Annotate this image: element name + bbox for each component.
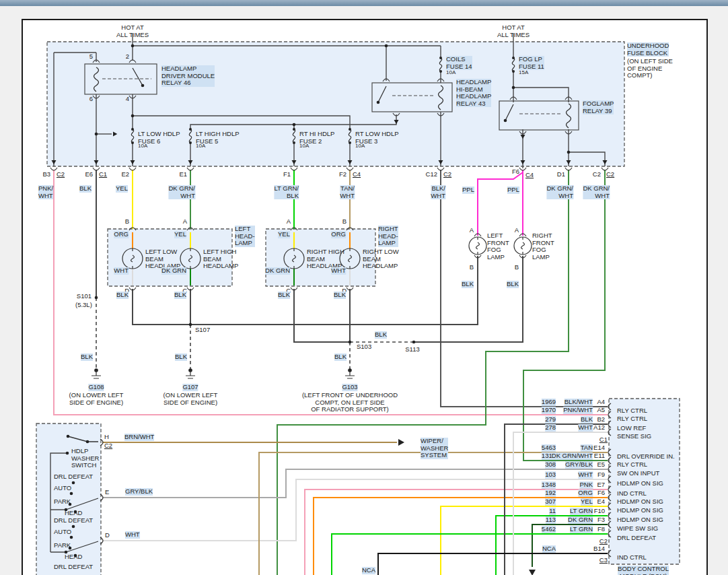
- label-right-headlamp-box: RIGHT HEAD- LAMP: [378, 226, 398, 247]
- label-wiper-washer-system: WIPER/ WASHER SYSTEM: [421, 438, 448, 459]
- bcm-row-F10-pin: F10: [594, 508, 605, 515]
- label-relay-46: HEADLAMP DRIVER MODULE RELAY 46: [161, 65, 215, 87]
- label-wire-wht-sw: WHT: [125, 531, 140, 539]
- label-sw1-head: HEAD: [65, 510, 82, 517]
- label-ground-g108: G108: [88, 384, 104, 391]
- label-exit-c12-conn: C2: [443, 171, 451, 178]
- label-wire-dkgrnwht-e1: DK GRN/ WHT: [168, 185, 195, 199]
- label-exit-f2: F2: [339, 171, 347, 178]
- label-exit-f6: F6: [512, 168, 519, 176]
- bcm-row-A5-num: 1970: [542, 407, 556, 414]
- label-col-org-rl: ORG: [331, 231, 346, 238]
- bcm-row-E11-function: RLY CTRL: [617, 461, 647, 469]
- label-col-wht-rl: WHT: [331, 267, 346, 275]
- label-wire-dkgrnwht-c2: DK GRN/ WHT: [583, 185, 610, 199]
- fuse-block-exit-arc: [565, 168, 572, 170]
- label-sw3-drl-defeat: DRL DEFEAT: [54, 564, 93, 571]
- wiper-washer-arrow: [398, 439, 404, 446]
- junction-dot: [141, 84, 145, 88]
- label-relay46-pin6: 6: [89, 96, 93, 103]
- bcm-row-F6-function: HDLMP ON SIG: [617, 498, 663, 506]
- label-bulb-right-low: RIGHT LOW BEAM HEADLAMP: [363, 248, 399, 270]
- label-fuse-5-amps: 10A: [196, 143, 205, 149]
- label-ground-g107-loc: (ON LOWER LEFT SIDE OF ENGINE): [163, 392, 218, 406]
- bcm-row-F9-pin: F9: [597, 471, 605, 479]
- label-wire-blk-e6: BLK: [79, 185, 92, 193]
- label-col-dkgrn-rh: DK GRN: [265, 267, 290, 275]
- bcm-row-B14-function: IND CTRL: [617, 554, 647, 562]
- bcm-row-F8-num: 5462: [542, 526, 556, 533]
- label-underhood-fuse-block: UNDERHOOD FUSE BLOCK: [627, 42, 669, 57]
- junction-dot: [512, 86, 515, 90]
- bcm-row-E14-color: TAN: [581, 444, 593, 452]
- label-sw2-head: HEAD: [65, 553, 82, 561]
- bcm-row-A12-pin: A12: [593, 424, 605, 432]
- label-pin-a-lfog: A: [470, 227, 474, 234]
- label-right-fog-lamp: RIGHT FRONT FOG LAMP: [532, 232, 554, 261]
- label-wire-tanwht-f2: TAN/ WHT: [340, 185, 355, 199]
- label-blk-g103: BLK: [334, 353, 347, 361]
- nca-b14-wire: [378, 553, 608, 575]
- bcm-row-F3-pin: F3: [597, 516, 605, 524]
- junction-dot: [67, 435, 70, 438]
- junction-dot: [567, 151, 571, 154]
- bcm-row-A12-color: WHT: [578, 424, 593, 432]
- s113-fog-wire: [414, 256, 523, 342]
- label-wire-pnk-wht: PNK/ WHT: [38, 185, 53, 199]
- bcm-row-E7-function: IND CTRL: [617, 490, 647, 498]
- label-exit-e6: E6: [85, 171, 93, 178]
- label-relay46-pin5: 5: [89, 53, 93, 61]
- bcm-row-F6-num: 192: [545, 489, 556, 497]
- label-wire-ltgrnblk-f1: LT GRN/ BLK: [274, 185, 299, 199]
- label-ground-g103: G103: [342, 384, 357, 391]
- label-wire-blkwht-c12: BLK/ WHT: [431, 185, 445, 199]
- bcm-row-A12-function: SENSE SIG: [617, 433, 651, 440]
- bcm-row-E4-color: YEL: [581, 498, 593, 506]
- label-wire-ppl-right: PPL: [507, 187, 519, 194]
- bcm-row-A5-color: PNK/WHT: [563, 407, 593, 414]
- bcm-row-E5-color: GRY/BLK: [565, 461, 593, 469]
- label-sw2-auto: AUTO: [54, 529, 71, 536]
- bcm-row-E14-num: 5463: [542, 444, 556, 452]
- junction-dot: [95, 296, 98, 300]
- fuse-block-exit-arc: [291, 168, 297, 170]
- bcm-row-E4-num: 307: [545, 498, 556, 506]
- label-left-fog-lamp: LEFT FRONT FOG LAMP: [487, 232, 509, 261]
- junction-dot: [66, 452, 69, 455]
- bcm-row-F10-function: HDLMP ON SIG: [617, 516, 663, 524]
- label-exit-d1: D1: [557, 171, 565, 178]
- label-blk-lh: BLK: [174, 292, 186, 299]
- label-wire-brn-wht: BRN/WHT: [124, 434, 154, 441]
- label-wire-dkgrnwht-d1: DK GRN/ WHT: [546, 185, 573, 199]
- bcm-row-E7-color: PNK: [579, 481, 593, 489]
- label-splice-s107: S107: [195, 327, 210, 334]
- bcm-row-E11-color: DK GRN/WHT: [552, 452, 593, 460]
- label-wire-gry-blk: GRY/BLK: [125, 488, 153, 496]
- label-blk-rh: BLK: [278, 292, 290, 299]
- bcm-row-E7-pin: E7: [597, 481, 605, 489]
- label-blk-s103-s113: BLK: [375, 331, 387, 339]
- label-splice-s101: S101: [77, 293, 92, 300]
- pnk-e7-wire: [305, 489, 608, 575]
- bcm-row-E14-function: DRL OVERRIDE IN.: [617, 453, 675, 461]
- label-exit-f1: F1: [283, 171, 291, 178]
- junction-dot: [72, 525, 75, 529]
- label-hot-at-all-times-right: HOT AT ALL TIMES: [497, 24, 530, 38]
- bcm-row-F3-num: 113: [546, 516, 556, 524]
- label-exit-e1: E1: [179, 171, 187, 178]
- junction-dot: [385, 44, 388, 48]
- label-bcm-title: BODY CONTROL MODULE (BCM): [618, 566, 669, 575]
- bcm-row-B2-color: BLK: [581, 416, 593, 424]
- label-blk-lfog: BLK: [462, 281, 474, 288]
- junction-dot: [95, 133, 98, 136]
- label-fuse-2-amps: 10A: [299, 143, 309, 149]
- ground-g107-symbol: [186, 370, 195, 378]
- bcm-row-E5-num: 308: [545, 461, 556, 469]
- label-pin-a-rh: A: [287, 218, 291, 226]
- label-splice-s113: S113: [405, 346, 419, 353]
- bcm-row-B2-num: 279: [545, 416, 556, 424]
- bcm-connector-C3: C3: [599, 557, 608, 564]
- label-pin-a-rfog: A: [515, 227, 519, 234]
- junction-dot: [293, 123, 296, 127]
- bcm-row-F6-color: ORG: [578, 489, 593, 497]
